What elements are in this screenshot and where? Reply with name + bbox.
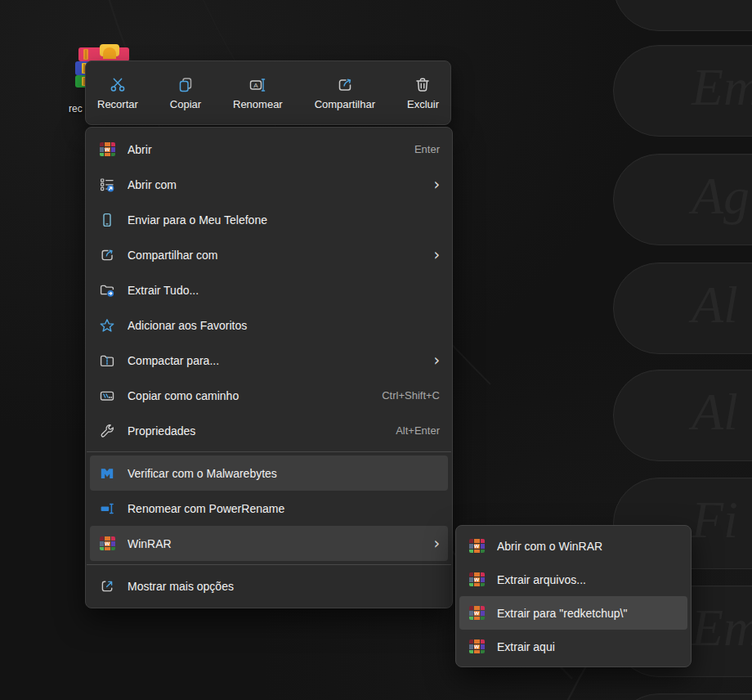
winrar-icon bbox=[98, 536, 116, 550]
menu-item-extract-all[interactable]: Extrair Tudo... bbox=[90, 272, 448, 307]
winrar-icon bbox=[468, 572, 486, 586]
path-icon bbox=[98, 388, 116, 404]
background-pill: Ag bbox=[613, 154, 752, 245]
menu-item-add-favorites[interactable]: Adicionar aos Favoritos bbox=[90, 307, 448, 343]
rename-label: Renomear bbox=[233, 98, 283, 110]
menu-item-share-with[interactable]: Compartilhar com › bbox=[90, 237, 448, 272]
menu-item-powerrename[interactable]: Renomear com PowerRename bbox=[90, 491, 448, 526]
winrar-submenu: Abrir com o WinRAR Extrair arquivos... E… bbox=[455, 525, 692, 667]
shortcut-label: Enter bbox=[414, 143, 440, 155]
winrar-icon bbox=[468, 639, 486, 653]
rename-icon: A bbox=[248, 76, 266, 94]
menu-item-properties[interactable]: Propriedades Alt+Enter bbox=[90, 413, 448, 448]
background-pill: Al bbox=[613, 262, 752, 354]
wrench-icon bbox=[98, 423, 116, 439]
menu-item-compress-to[interactable]: Compactar para... › bbox=[90, 343, 448, 378]
delete-button[interactable]: Excluir bbox=[407, 76, 439, 110]
cut-label: Recortar bbox=[97, 98, 138, 110]
desktop: { "colors":{ "accent_blue":"#4da3e0", "l… bbox=[0, 0, 752, 700]
trash-icon bbox=[414, 76, 432, 94]
star-icon bbox=[98, 317, 116, 334]
rename-button[interactable]: A Renomear bbox=[233, 76, 283, 110]
extract-folder-icon bbox=[98, 282, 116, 298]
chevron-right-icon: › bbox=[433, 536, 440, 551]
shortcut-label: Alt+Enter bbox=[396, 424, 440, 437]
context-menu: Abrir Enter Abrir com › Enviar para o Me… bbox=[85, 127, 453, 608]
zip-folder-icon bbox=[98, 352, 116, 369]
menu-separator bbox=[87, 564, 451, 565]
menu-item-open-with[interactable]: Abrir com › bbox=[90, 167, 448, 202]
submenu-item-open-with-winrar[interactable]: Abrir com o WinRAR bbox=[459, 529, 687, 563]
copy-label: Copiar bbox=[170, 98, 201, 110]
menu-item-winrar[interactable]: WinRAR › bbox=[90, 526, 448, 561]
menu-item-copy-as-path[interactable]: Copiar como caminho Ctrl+Shift+C bbox=[90, 378, 448, 413]
chevron-right-icon: › bbox=[433, 177, 440, 192]
menu-item-open[interactable]: Abrir Enter bbox=[90, 132, 448, 167]
share-button[interactable]: Compartilhar bbox=[315, 76, 375, 110]
background-pill: Em bbox=[613, 45, 752, 137]
submenu-item-extract-files[interactable]: Extrair arquivos... bbox=[459, 563, 687, 596]
background-pill: Al bbox=[613, 370, 752, 461]
winrar-icon bbox=[468, 606, 486, 620]
cut-button[interactable]: Recortar bbox=[97, 76, 138, 110]
menu-item-show-more-options[interactable]: Mostrar mais opções bbox=[90, 568, 448, 604]
menu-item-malwarebytes-scan[interactable]: Verificar com o Malwarebytes bbox=[90, 455, 448, 491]
shortcut-label: Ctrl+Shift+C bbox=[382, 389, 440, 402]
chevron-right-icon: › bbox=[433, 247, 440, 262]
winrar-icon bbox=[98, 142, 116, 156]
malwarebytes-icon bbox=[98, 465, 116, 482]
delete-label: Excluir bbox=[407, 98, 439, 110]
share-icon bbox=[98, 247, 116, 263]
winrar-icon bbox=[468, 539, 486, 553]
share-label: Compartilhar bbox=[315, 98, 375, 110]
submenu-item-extract-here[interactable]: Extrair aqui bbox=[459, 630, 687, 663]
menu-item-send-to-phone[interactable]: Enviar para o Meu Telefone bbox=[90, 202, 448, 237]
context-menu-command-bar: Recortar Copiar A Renomear bbox=[85, 61, 451, 125]
svg-text:A: A bbox=[254, 81, 259, 88]
share-icon bbox=[336, 76, 354, 94]
copy-icon bbox=[177, 76, 195, 94]
submenu-item-extract-to-folder[interactable]: Extrair para "redketchup\" bbox=[459, 596, 687, 630]
chevron-right-icon: › bbox=[433, 352, 440, 368]
file-name-label: rec bbox=[69, 103, 83, 114]
open-with-icon bbox=[98, 177, 116, 193]
powerrename-icon bbox=[98, 500, 116, 517]
phone-icon bbox=[98, 212, 116, 228]
expand-icon bbox=[98, 578, 116, 595]
menu-separator bbox=[87, 451, 451, 452]
scissors-icon bbox=[109, 76, 127, 94]
copy-button[interactable]: Copiar bbox=[170, 76, 201, 110]
